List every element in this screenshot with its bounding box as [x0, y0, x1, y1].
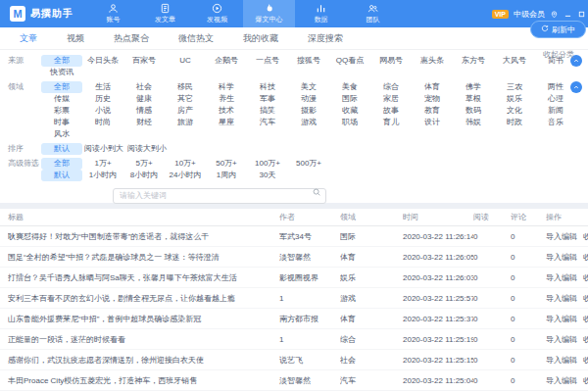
location-pin-icon[interactable]	[550, 10, 559, 19]
filter-chip[interactable]: 东方号	[453, 55, 494, 67]
maximize-icon[interactable]	[577, 10, 586, 19]
filter-chip[interactable]: 体育	[412, 81, 453, 93]
filter-chip[interactable]: 1周内	[206, 170, 247, 181]
filter-chip[interactable]: 美文	[288, 81, 329, 93]
filter-chip[interactable]: 阅读大到小	[125, 143, 169, 155]
import-edit-button[interactable]: 导入编辑	[546, 252, 577, 263]
import-edit-button[interactable]: 导入编辑	[546, 375, 577, 386]
filter-chip[interactable]: 科技	[247, 81, 288, 93]
filter-chip[interactable]: 技术	[206, 105, 247, 117]
import-edit-button[interactable]: 导入编辑	[546, 334, 577, 345]
filter-chip[interactable]: 时政	[494, 117, 535, 128]
filter-chip[interactable]: 星座	[206, 117, 247, 128]
filter-chip[interactable]: 育儿	[370, 117, 412, 128]
filter-chip[interactable]: 故事	[370, 105, 412, 117]
filter-chip[interactable]: 1小时内	[82, 170, 123, 181]
filter-chip[interactable]: 文化	[494, 105, 535, 117]
article-title[interactable]: 安利三本百看不厌的玄幻小说，剧情全程无尿点，让你越看越上瘾	[8, 293, 279, 304]
filter-chip[interactable]: 数码	[453, 105, 494, 117]
filter-chip[interactable]: QQ看点	[329, 55, 370, 67]
article-title[interactable]: 正能量的一段话，迷茫的时候看看	[8, 334, 279, 345]
filter-chip[interactable]: 10万+	[165, 158, 206, 170]
filter-chip[interactable]: 全部	[41, 81, 82, 93]
filter-chip[interactable]: 摄影	[288, 105, 329, 117]
filter-chip[interactable]: 风水	[41, 128, 82, 140]
filter-chip[interactable]: 大风号	[494, 55, 535, 67]
filter-chip[interactable]: 旅游	[165, 117, 206, 128]
filter-chip[interactable]: 科学	[206, 81, 247, 93]
filter-chip[interactable]: 心理	[535, 93, 576, 105]
filter-chip[interactable]: 军事	[247, 93, 288, 105]
filter-chip[interactable]: 24小时内	[165, 170, 206, 181]
collapse-categories-label[interactable]: 收起分类	[543, 49, 574, 60]
filter-chip[interactable]: 30天	[247, 170, 288, 181]
filter-chip[interactable]: 默认	[41, 143, 82, 155]
tab-article[interactable]: 文章	[20, 32, 37, 45]
filter-chip[interactable]: 国际	[329, 93, 370, 105]
filter-chip[interactable]: 搜狐号	[288, 55, 329, 67]
filter-chip[interactable]: 今日头条	[82, 55, 123, 67]
filter-chip[interactable]: 历史	[82, 93, 123, 105]
import-edit-button[interactable]: 导入编辑	[546, 314, 577, 324]
filter-chip[interactable]: 小说	[82, 105, 123, 117]
filter-chip[interactable]: 100万+	[247, 158, 288, 170]
nav-item-publish-article[interactable]: 发文章	[139, 0, 191, 27]
filter-chip[interactable]: 传媒	[41, 93, 82, 105]
favorite-button[interactable]: 收藏	[583, 375, 588, 386]
filter-chip[interactable]: 阅读小到大	[82, 143, 125, 155]
filter-chip[interactable]: 5万+	[123, 158, 165, 170]
filter-chip[interactable]: 娱乐	[494, 93, 535, 105]
article-title[interactable]: 耿爽怼得好！对敢为“中国制造带毒”的造谣者，就得这么干	[8, 231, 279, 242]
collapse-button[interactable]	[570, 81, 582, 93]
filter-chip[interactable]: 时事	[41, 117, 82, 128]
nav-item-publish-video[interactable]: 发视频	[191, 0, 243, 27]
search-icon[interactable]	[312, 187, 321, 197]
article-title[interactable]: 山东鲁能外援费莱尼“中招”，首例中超球员确诊感染新冠	[8, 314, 279, 324]
refresh-button[interactable]: 刷新中	[530, 21, 586, 38]
nav-item-account[interactable]: 账号	[87, 0, 139, 27]
import-edit-button[interactable]: 导入编辑	[546, 231, 577, 242]
filter-chip[interactable]: 社会	[123, 81, 165, 93]
nav-item-team[interactable]: 团队	[347, 0, 399, 27]
article-title[interactable]: 打擂台？吴千语秀人脉晒与阿Sa聊天，张馨月曝下午茶炫富大生活	[8, 272, 279, 283]
filter-chip[interactable]: 美食	[329, 81, 370, 93]
filter-chip[interactable]: UC	[165, 55, 206, 67]
favorite-button[interactable]: 收藏	[583, 293, 588, 304]
search-input[interactable]	[113, 188, 326, 204]
tab-video[interactable]: 视频	[67, 32, 84, 45]
filter-chip[interactable]: 默认	[41, 170, 82, 181]
filter-chip[interactable]: 收藏	[329, 105, 370, 117]
tab-deep-search[interactable]: 深度搜索	[308, 32, 343, 45]
filter-chip[interactable]: 百家号	[123, 55, 165, 67]
filter-chip[interactable]: 搞笑	[247, 105, 288, 117]
favorite-button[interactable]: 收藏	[583, 355, 588, 366]
filter-chip[interactable]: 综合	[370, 81, 412, 93]
import-edit-button[interactable]: 导入编辑	[546, 293, 577, 304]
filter-chip[interactable]: 全部	[41, 158, 82, 170]
filter-chip[interactable]: 草根	[453, 93, 494, 105]
filter-chip[interactable]: 韩娱	[453, 117, 494, 128]
nav-item-hot-article-center[interactable]: 爆文中心	[243, 0, 295, 27]
filter-chip[interactable]: 健康	[123, 93, 165, 105]
favorite-button[interactable]: 收藏	[583, 334, 588, 345]
filter-chip[interactable]: 设计	[412, 117, 453, 128]
tab-hotspot[interactable]: 热点聚合	[114, 32, 149, 45]
filter-chip[interactable]: 动漫	[288, 93, 329, 105]
filter-chip[interactable]: 职场	[329, 117, 370, 128]
favorite-button[interactable]: 收藏	[583, 272, 588, 283]
minimize-icon[interactable]	[564, 10, 572, 19]
filter-chip[interactable]: 快资讯	[41, 67, 82, 78]
filter-chip[interactable]: 游戏	[288, 117, 329, 128]
filter-chip[interactable]: 其它	[165, 93, 206, 105]
filter-chip[interactable]: 宠物	[412, 93, 453, 105]
filter-chip[interactable]: 养生	[206, 93, 247, 105]
article-title[interactable]: 国足“全村的希望”中招？武磊是确诊球员之一 球迷：等待澄清	[8, 252, 279, 263]
filter-chip[interactable]: 生活	[82, 81, 123, 93]
filter-chip[interactable]: 移民	[165, 81, 206, 93]
filter-chip[interactable]: 惠头条	[412, 55, 453, 67]
filter-chip[interactable]: 房产	[165, 105, 206, 117]
app-logo[interactable]: M 易撰助手	[0, 6, 81, 22]
filter-chip[interactable]: 500万+	[288, 158, 329, 170]
filter-chip[interactable]: 情感	[123, 105, 165, 117]
import-edit-button[interactable]: 导入编辑	[546, 355, 577, 366]
